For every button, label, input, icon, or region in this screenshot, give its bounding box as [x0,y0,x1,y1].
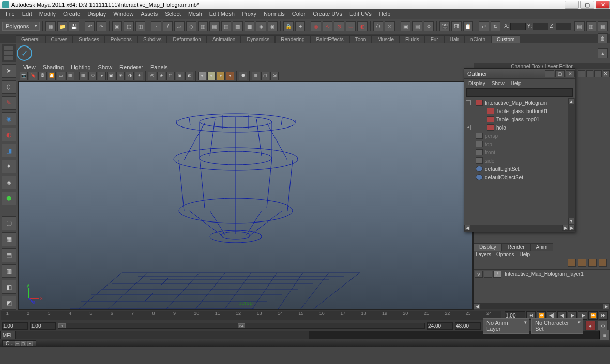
menu-mesh[interactable]: Mesh [185,10,206,18]
menu-normals[interactable]: Normals [260,10,288,18]
highlight-icon[interactable]: ✦ [295,21,306,31]
shelf-tab-animation[interactable]: Animation [207,35,241,43]
vp-ball1-icon[interactable]: ● [198,72,206,80]
vp-textured-icon[interactable]: ▣ [107,72,115,80]
vp-menu-lighting[interactable]: Lighting [67,64,95,71]
outliner-row[interactable]: Table_glass_top01 [465,115,567,123]
menu-assets[interactable]: Assets [137,10,161,18]
layer-hscroll[interactable]: ◀ ▶ [474,303,610,310]
cmd-lang-label[interactable]: MEL [0,331,16,339]
snap-plane-icon[interactable]: ▭ [346,21,356,31]
vp-isolate-icon[interactable]: ◎ [148,72,156,80]
lasso-tool-icon[interactable]: ⬯ [2,80,16,94]
view-custom-icon[interactable]: ◩ [2,296,16,310]
ipr-icon[interactable]: ▤ [412,21,422,31]
snap-grid-icon[interactable]: ◎ [311,21,321,31]
scroll-right2-icon[interactable]: ▶ [569,225,575,231]
shelf-tab-fur[interactable]: Fur [425,35,444,43]
outliner-window[interactable]: Outliner ─ ▢ ✕ Display Show Help -Intera… [464,68,575,232]
universal-tool-icon[interactable]: ✦ [2,160,16,173]
vp-ball3-icon[interactable]: ● [217,72,225,80]
vp-menu-view[interactable]: View [20,64,39,71]
clip3-icon[interactable]: 📋 [463,21,474,31]
layer-name[interactable]: Interactive_Map_Hologram_layer1 [502,271,610,277]
menu-display[interactable]: Display [84,10,110,18]
shelf-tab-ncloth[interactable]: nCloth [465,35,491,43]
menu-editmesh[interactable]: Edit Mesh [206,10,238,18]
vp-film-icon[interactable]: 🎦 [48,72,56,80]
view-four-icon[interactable]: ▦ [2,232,16,246]
task-max-icon[interactable]: ▢ [21,341,26,346]
menu-file[interactable]: File [2,10,19,18]
menu-color[interactable]: Color [288,10,309,18]
menu-select[interactable]: Select [161,10,185,18]
vp-max-icon[interactable]: ▢ [261,72,269,80]
vp-image-icon[interactable]: 🖼 [38,72,47,80]
menu-edituvs[interactable]: Edit UVs [346,10,375,18]
autokey-icon[interactable]: ● [585,321,596,331]
goto-end-icon[interactable]: ⏭ [599,311,608,320]
layer-new-icon[interactable] [568,259,576,267]
vp-hq-icon[interactable]: ✦ [135,72,143,80]
shelf-up-icon[interactable]: ▲ [598,48,608,58]
vp-ball2-icon[interactable]: ● [207,72,216,80]
outliner-row[interactable]: Table_glass_bottom01 [465,107,567,115]
vp-camera-icon[interactable]: 📷 [20,72,28,80]
layer-tab-render[interactable]: Render [502,243,530,251]
outliner-row[interactable]: defaultObjectSet [465,173,567,181]
vp-ball4-icon[interactable]: ● [226,72,234,80]
shelf-tab-toon[interactable]: Toon [349,35,372,43]
last-tool-icon[interactable]: ⬢ [2,192,16,205]
vp-menu-show[interactable]: Show [95,64,116,71]
outliner-min-button[interactable]: ─ [545,70,554,77]
outliner-expand-icon[interactable]: + [466,125,471,130]
layout-full-icon[interactable]: ▦ [598,21,608,31]
snap-live-icon[interactable]: ◐ [357,21,368,31]
vp-light-icon[interactable]: ☀ [116,72,125,80]
layer-down-icon[interactable] [599,259,607,267]
vp-menu-shading[interactable]: Shading [39,64,67,71]
shelf-tab-rendering[interactable]: Rendering [275,35,310,43]
outliner-vscroll[interactable]: ▲ ▼ [568,98,575,225]
cmd-input[interactable] [16,331,310,339]
vp-expose-icon[interactable]: ▦ [252,72,260,80]
select-tool-icon[interactable]: ➤ [2,64,16,78]
vp-grid2-icon[interactable]: ▦ [66,72,74,80]
range-thumb-right[interactable]: 24 [238,323,245,328]
clip-icon[interactable]: 🎬 [439,21,450,31]
shelf-tab-surfaces[interactable]: Surfaces [73,35,104,43]
transform2-icon[interactable]: ⇅ [491,21,501,31]
shelf-tab-polygons[interactable]: Polygons [105,35,138,43]
x-input[interactable] [510,23,526,30]
history-on-icon[interactable]: ⏱ [373,21,384,31]
select-mask2-icon[interactable]: ▦ [209,21,220,31]
layout-right-icon[interactable]: ▥ [586,21,597,31]
outliner-menu-show[interactable]: Show [492,81,505,86]
rotate-tool-icon[interactable]: ◐ [2,128,16,141]
layer-type-toggle[interactable] [484,271,492,278]
character-set-dropdown[interactable]: No Character Set [531,318,583,334]
view-script-icon[interactable]: ◧ [2,280,16,294]
select-mask5-icon[interactable]: ▩ [245,21,255,31]
vp-menu-renderer[interactable]: Renderer [116,64,147,71]
timeline-ruler[interactable]: 123456789101112131415161718192021222324 [1,311,501,320]
outliner-row[interactable]: persp [465,132,567,140]
vp-bookmark-icon[interactable]: 🔖 [29,72,37,80]
viewport[interactable]: y x z persp [18,81,474,310]
shelf-tab-dynamics[interactable]: Dynamics [241,35,275,43]
select-mask4-icon[interactable]: ▨ [233,21,243,31]
vp-prim3-icon[interactable]: ◐ [185,72,193,80]
range-slider-track[interactable]: 1 24 [58,323,425,329]
shelf-tab-curves[interactable]: Curves [45,35,73,43]
scroll-left-icon[interactable]: ◀ [474,303,481,309]
layer-menu-help[interactable]: Help [519,251,530,259]
render-settings-icon[interactable]: ⚙ [424,21,434,31]
snap-curve-icon[interactable]: ∿ [323,21,333,31]
outliner-close-button[interactable]: ✕ [566,70,575,77]
select-uv-icon[interactable]: ◇ [186,21,196,31]
outliner-row[interactable]: top [465,140,567,148]
layer-tab-display[interactable]: Display [474,243,502,251]
range-inner-end-input[interactable] [427,322,453,330]
shelf-tab-painteffects[interactable]: PaintEffects [310,35,349,43]
range-thumb-left[interactable]: 1 [58,323,66,328]
